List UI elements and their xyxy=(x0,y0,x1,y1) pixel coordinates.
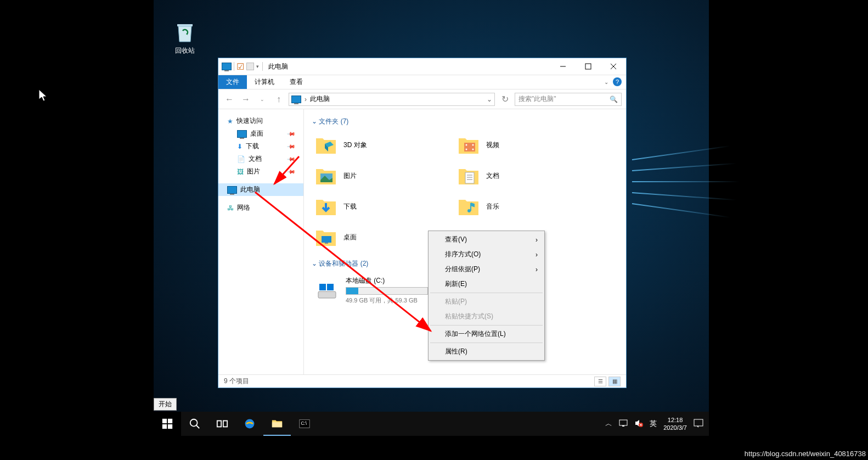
cm-view[interactable]: 查看(V)› xyxy=(430,232,543,247)
svg-rect-34 xyxy=(325,243,328,244)
ie-button[interactable] xyxy=(236,412,263,436)
svg-rect-28 xyxy=(465,172,474,183)
recycle-bin-icon xyxy=(174,21,196,44)
breadcrumb-sep: › xyxy=(305,96,307,103)
svg-point-32 xyxy=(467,209,471,212)
minimize-button[interactable] xyxy=(550,58,576,75)
svg-rect-36 xyxy=(319,284,326,290)
address-bar[interactable]: › 此电脑 ⌄ xyxy=(289,93,495,106)
cm-group[interactable]: 分组依据(P)› xyxy=(430,262,543,277)
volume-icon[interactable] xyxy=(634,419,643,428)
folder-icon xyxy=(456,164,481,188)
tab-view[interactable]: 查看 xyxy=(282,75,311,89)
search-input[interactable]: 搜索"此电脑" 🔍 xyxy=(515,93,622,106)
folder-3d-objects[interactable]: 3D 对象 xyxy=(312,131,443,159)
watermark: https://blog.csdn.net/weixin_40816738 xyxy=(745,450,866,458)
cm-paste: 粘贴(P) xyxy=(430,294,543,309)
folder-icon xyxy=(314,133,338,157)
cm-properties[interactable]: 属性(R) xyxy=(430,344,543,359)
start-button[interactable] xyxy=(154,412,181,436)
pin-icon: 📌 xyxy=(287,142,296,150)
qat-dropdown-icon[interactable]: ▾ xyxy=(256,64,259,69)
tab-computer[interactable]: 计算机 xyxy=(247,75,282,89)
sidebar-pictures[interactable]: 🖼 图片📌 xyxy=(218,165,303,178)
svg-text:C:\: C:\ xyxy=(301,421,307,426)
cm-sort[interactable]: 排序方式(O)› xyxy=(430,247,543,262)
status-text: 9 个项目 xyxy=(224,377,249,386)
help-icon[interactable]: ? xyxy=(613,77,622,86)
nav-back-button[interactable]: ← xyxy=(223,93,236,106)
view-details-button[interactable]: ☰ xyxy=(594,377,606,386)
download-icon: ⬇ xyxy=(237,143,243,150)
sidebar-desktop[interactable]: 桌面📌 xyxy=(218,127,303,140)
tab-file[interactable]: 文件 xyxy=(218,75,247,89)
svg-point-4 xyxy=(190,419,198,427)
network-icon[interactable] xyxy=(619,419,628,428)
address-dropdown-icon[interactable]: ⌄ xyxy=(487,96,492,103)
app-icon xyxy=(222,63,232,70)
statusbar: 9 个项目 ☰ ▦ xyxy=(218,374,626,388)
pin-icon: 📌 xyxy=(287,167,296,176)
qat-item-icon[interactable] xyxy=(246,63,254,70)
cm-refresh[interactable]: 刷新(E) xyxy=(430,277,543,291)
folders-section-header[interactable]: 文件夹 (7) xyxy=(312,117,618,126)
svg-point-26 xyxy=(472,149,474,150)
svg-line-5 xyxy=(196,425,200,429)
recycle-bin-label: 回收站 xyxy=(166,46,204,55)
ribbon: 文件 计算机 查看 ⌄ ? xyxy=(218,75,626,89)
sidebar-downloads[interactable]: ⬇ 下载📌 xyxy=(218,140,303,153)
address-icon xyxy=(291,96,301,103)
view-icons-button[interactable]: ▦ xyxy=(608,377,621,386)
folder-videos[interactable]: 视频 xyxy=(454,131,586,159)
svg-rect-0 xyxy=(162,419,167,423)
sidebar-this-pc[interactable]: 此电脑 xyxy=(218,183,303,196)
search-icon: 🔍 xyxy=(610,96,618,103)
folder-downloads[interactable]: 下载 xyxy=(312,192,443,221)
folder-music[interactable]: 音乐 xyxy=(454,192,586,221)
svg-rect-2 xyxy=(162,424,167,429)
sidebar-documents[interactable]: 📄 文档📌 xyxy=(218,153,303,165)
search-button[interactable] xyxy=(181,412,208,436)
nav-history-dropdown[interactable]: ⌄ xyxy=(256,93,269,106)
date-text: 2020/3/7 xyxy=(663,424,687,431)
qat-checkbox-icon[interactable]: ☑ xyxy=(236,61,244,72)
tray-chevron-icon[interactable]: ︿ xyxy=(605,419,612,429)
nav-forward-button[interactable]: → xyxy=(239,93,252,106)
folder-icon xyxy=(456,133,481,157)
folder-desktop[interactable]: 桌面 xyxy=(312,223,443,251)
close-button[interactable] xyxy=(601,58,626,75)
network-icon: 🖧 xyxy=(227,204,234,212)
titlebar[interactable]: ☑ ▾ 此电脑 xyxy=(218,58,626,75)
window-title: 此电脑 xyxy=(268,62,288,71)
task-view-button[interactable] xyxy=(208,412,236,436)
svg-rect-3 xyxy=(168,424,172,429)
folder-pictures[interactable]: 图片 xyxy=(312,161,443,190)
svg-point-8 xyxy=(245,419,255,429)
clock[interactable]: 12:18 2020/3/7 xyxy=(663,416,687,432)
svg-rect-9 xyxy=(272,422,282,427)
notifications-icon[interactable] xyxy=(694,419,703,429)
taskbar: C:\ ︿ 英 12:18 2020/3/7 xyxy=(154,412,709,436)
nav-up-button[interactable]: ↑ xyxy=(272,93,285,106)
maximize-button[interactable] xyxy=(576,58,601,75)
sidebar-quick-access[interactable]: ★ 快速访问 xyxy=(218,115,303,127)
svg-rect-7 xyxy=(223,421,227,427)
refresh-button[interactable]: ↻ xyxy=(498,93,511,106)
cmd-button[interactable]: C:\ xyxy=(291,412,318,436)
chevron-right-icon: › xyxy=(536,251,538,259)
ribbon-expand-icon[interactable]: ⌄ xyxy=(604,79,608,85)
folder-documents[interactable]: 文档 xyxy=(454,161,586,190)
sidebar-network[interactable]: 🖧 网络 xyxy=(218,201,303,214)
drive-name: 本地磁盘 (C:) xyxy=(346,276,428,285)
pin-icon: 📌 xyxy=(287,154,296,163)
cursor-icon xyxy=(38,88,49,106)
breadcrumb[interactable]: 此电脑 xyxy=(310,94,330,104)
star-icon: ★ xyxy=(227,117,233,125)
cm-add-network[interactable]: 添加一个网络位置(L) xyxy=(430,327,543,341)
ime-indicator[interactable]: 英 xyxy=(650,419,657,429)
recycle-bin[interactable]: 回收站 xyxy=(166,21,204,55)
sidebar: ★ 快速访问 桌面📌 ⬇ 下载📌 📄 文档📌 🖼 图片📌 xyxy=(218,109,304,374)
svg-rect-35 xyxy=(318,291,336,298)
explorer-button[interactable] xyxy=(263,412,291,436)
svg-point-25 xyxy=(472,144,474,146)
